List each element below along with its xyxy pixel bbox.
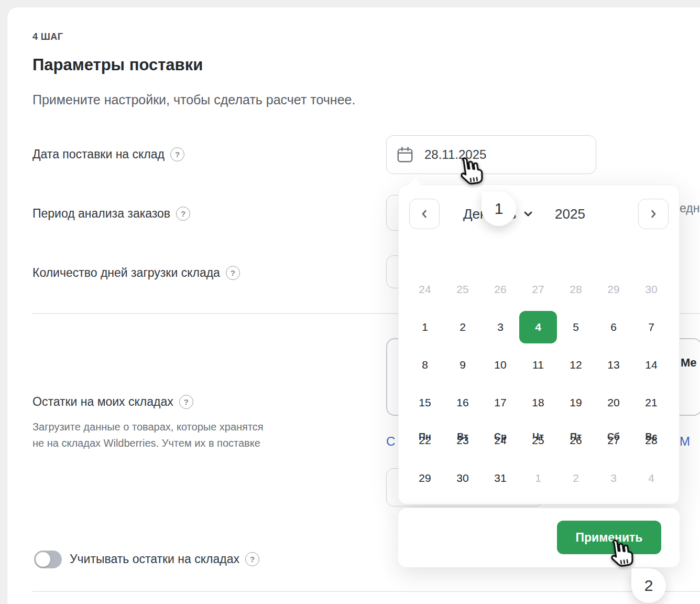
toggle-label: Учитывать остатки на складах [70,552,239,566]
calendar-day[interactable]: 25 [444,271,482,308]
calendar-day[interactable]: 19 [557,384,595,422]
help-icon[interactable]: ? [176,207,190,221]
calendar-day[interactable]: 3 [482,308,519,346]
prev-month-button[interactable] [409,199,440,229]
delivery-date-input[interactable]: 28.11.2025 [386,135,596,174]
calendar-day[interactable]: 27 [519,271,557,308]
help-icon[interactable]: ? [179,395,193,409]
calendar-day-selected[interactable]: 4 [519,311,557,343]
calendar-day[interactable]: 9 [444,346,482,384]
help-icon[interactable]: ? [170,147,184,161]
calendar-day[interactable]: 10 [482,346,519,384]
calendar-day[interactable]: 3 [595,459,632,497]
calendar-day[interactable]: 26 [482,271,519,308]
help-icon[interactable]: ? [245,552,259,566]
calendar-day[interactable]: 21 [632,384,670,422]
calendar-day[interactable]: 30 [632,271,670,308]
page-subtitle: Примените настройки, чтобы сделать расче… [32,92,355,107]
hand-pointer-icon [603,536,637,574]
toggle-label-row: Учитывать остатки на складах ? [70,552,259,566]
calendar-day[interactable]: 27 [595,422,632,459]
calendar-day[interactable]: 26 [557,422,595,459]
calendar-day[interactable]: 14 [632,346,670,384]
calendar-day[interactable]: 20 [595,384,632,422]
calendar-grid: 2425262728293012345678910111213141516171… [406,271,670,497]
chevron-down-icon [522,208,534,220]
stocks-description-line1: Загрузите данные о товарах, которые хран… [32,419,264,435]
step-label: 4 ШАГ [32,31,63,42]
chevron-left-icon [419,209,430,219]
calendar-day[interactable]: 28 [632,422,670,459]
help-icon[interactable]: ? [226,266,240,280]
calendar-day[interactable]: 29 [406,459,444,497]
calendar-day[interactable]: 24 [406,271,444,308]
loading-days-label-row: Количество дней загрузки склада ? [32,266,240,280]
calendar-day[interactable]: 4 [632,459,670,497]
analysis-period-label: Период анализа заказов [32,207,170,221]
stocks-description-line2: не на складах Wildberries. Учтем их в по… [32,435,264,451]
date-picker-popup: Декабрь 2025 ПнВтСрЧтПтСбВс 242526272829… [398,185,680,504]
calendar-day[interactable]: 18 [519,384,557,422]
calendar-day[interactable]: 2 [557,459,595,497]
stock-toggle[interactable] [34,551,62,568]
onboarding-badge-2: 2 [631,568,666,603]
hand-pointer-icon [453,154,487,192]
period-hint-fragment: едн [680,201,699,215]
calendar-day[interactable]: 1 [406,308,444,346]
calendar-day[interactable]: 2 [444,308,482,346]
calendar-day[interactable]: 17 [482,384,519,422]
calendar-day[interactable]: 15 [406,384,444,422]
calendar-day[interactable]: 25 [519,422,557,459]
calendar-day[interactable]: 24 [482,422,519,459]
calendar-day[interactable]: 7 [632,308,670,346]
calendar-day[interactable]: 31 [482,459,519,497]
bottom-divider [32,591,700,592]
analysis-period-label-row: Период анализа заказов ? [32,207,190,221]
upload-text-fragment: Ме [681,356,697,370]
calendar-day[interactable]: 22 [406,422,444,459]
next-month-button[interactable] [638,199,669,229]
template-link-fragment[interactable]: С [386,434,395,449]
year-label: 2025 [555,199,585,229]
calendar-day[interactable]: 1 [519,459,557,497]
loading-days-label: Количество дней загрузки склада [32,266,220,280]
calendar-day[interactable]: 16 [444,384,482,422]
calendar-day[interactable]: 30 [444,459,482,497]
page: { "step_label": "4 ШАГ", "title": "Парам… [0,0,700,604]
chevron-right-icon [648,209,659,219]
upload-link-fragment[interactable]: М [680,434,690,449]
calendar-day[interactable]: 28 [557,271,595,308]
stocks-label: Остатки на моих складах [32,395,173,409]
calendar-day[interactable]: 23 [444,422,482,459]
onboarding-badge-1: 1 [482,191,516,226]
delivery-date-label: Дата поставки на склад [32,147,165,161]
date-picker-footer: Применить [398,508,680,567]
page-title: Параметры поставки [32,56,203,74]
calendar-day[interactable]: 29 [595,271,632,308]
calendar-icon [396,146,414,164]
calendar-day[interactable]: 8 [406,346,444,384]
stocks-label-row: Остатки на моих складах ? [32,395,193,409]
calendar-day[interactable]: 6 [595,308,632,346]
calendar-day[interactable]: 13 [595,346,632,384]
stocks-description: Загрузите данные о товарах, которые хран… [32,419,264,451]
delivery-date-label-row: Дата поставки на склад ? [32,147,184,161]
toggle-knob [36,552,50,567]
calendar-day[interactable]: 11 [519,346,557,384]
calendar-day[interactable]: 5 [557,308,595,346]
calendar-day[interactable]: 12 [557,346,595,384]
